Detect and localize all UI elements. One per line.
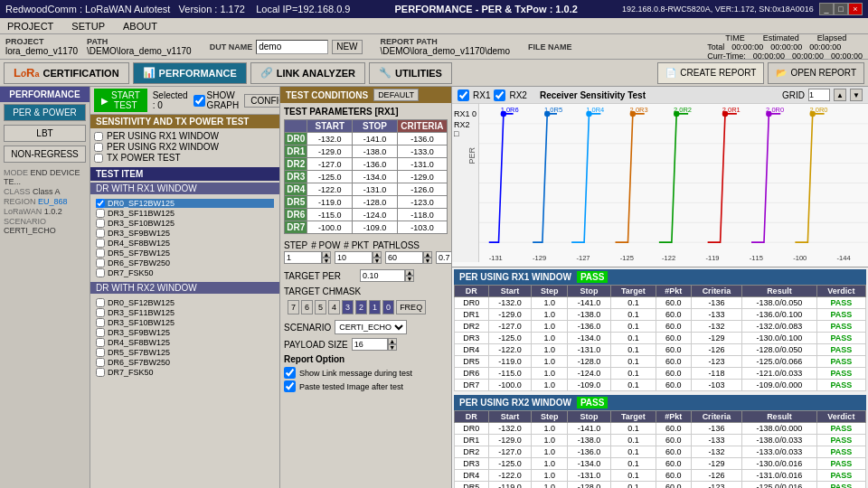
start-input-5[interactable]	[310, 198, 350, 207]
dr3sf10-rx2-checkbox[interactable]	[96, 318, 105, 327]
start-input-3[interactable]	[310, 173, 350, 182]
dr0-rx2-checkbox[interactable]	[96, 298, 105, 307]
dr3sf11-rx1-checkbox[interactable]	[96, 209, 105, 218]
dr6sf7-rx2-checkbox[interactable]	[96, 358, 105, 367]
payload-down[interactable]: ▼	[388, 344, 397, 351]
grid-input[interactable]	[808, 89, 830, 101]
close-button[interactable]: ×	[848, 3, 863, 15]
report-check2-cb[interactable]	[284, 380, 296, 392]
start-input-4[interactable]	[310, 185, 350, 194]
params-table: START STOP CRITERIA DR0 DR1 DR2 DR3 DR4	[284, 119, 448, 234]
grid-up[interactable]: ▲	[834, 89, 846, 101]
step-up[interactable]: ▲	[322, 251, 331, 258]
dr0-rx1-checkbox[interactable]	[96, 199, 105, 208]
menu-setup[interactable]: SETUP	[68, 21, 108, 32]
criteria-input-4[interactable]	[402, 185, 442, 194]
step-input[interactable]	[284, 251, 322, 264]
rx1-window-checkbox[interactable]	[94, 132, 103, 141]
dr4sf8-rx1-checkbox[interactable]	[96, 239, 105, 248]
maximize-button[interactable]: □	[834, 3, 848, 15]
pow-down[interactable]: ▼	[373, 258, 382, 264]
start-input-7[interactable]	[310, 223, 350, 232]
stop-input-0[interactable]	[355, 135, 395, 144]
rx2-window-checkbox[interactable]	[94, 143, 103, 152]
stop-input-5[interactable]	[355, 198, 395, 207]
target-per-up[interactable]: ▲	[405, 269, 414, 276]
start-input-1[interactable]	[310, 147, 350, 156]
per-power-button[interactable]: PER & POWER	[4, 104, 86, 121]
dr3sf11-rx2-checkbox[interactable]	[96, 308, 105, 317]
step-down[interactable]: ▼	[322, 258, 331, 264]
non-regress-button[interactable]: NON-REGRESS	[4, 145, 86, 163]
stop-input-2[interactable]	[355, 160, 395, 169]
payload-up[interactable]: ▲	[388, 338, 397, 344]
freq-0[interactable]: 0	[382, 300, 394, 314]
freq-button[interactable]: FREQ	[396, 300, 426, 314]
scenario-select[interactable]: CERTI_ECHO	[335, 320, 407, 334]
stop-input-7[interactable]	[355, 223, 395, 232]
dr3sf9-rx2-checkbox[interactable]	[96, 328, 105, 337]
criteria-input-6[interactable]	[402, 211, 442, 220]
minimize-button[interactable]: _	[819, 3, 834, 15]
criteria-input-2[interactable]	[402, 160, 442, 169]
start-input-2[interactable]	[310, 160, 350, 169]
pkt-down[interactable]: ▼	[423, 258, 432, 264]
target-per-input[interactable]	[360, 269, 405, 282]
start-test-button[interactable]: ▶ START TEST	[94, 89, 147, 112]
start-input-0[interactable]	[310, 135, 350, 144]
new-button[interactable]: NEW	[332, 40, 362, 54]
dr6sf7-rx1-checkbox[interactable]	[96, 258, 105, 267]
freq-4[interactable]: 4	[328, 300, 340, 314]
pow-up[interactable]: ▲	[373, 251, 382, 258]
create-report-button[interactable]: 📄 CREATE REPORT	[657, 62, 764, 84]
stop-input-6[interactable]	[355, 211, 395, 220]
criteria-input-7[interactable]	[402, 223, 442, 232]
freq-3[interactable]: 3	[342, 300, 354, 314]
freq-2[interactable]: 2	[355, 300, 367, 314]
tab-performance[interactable]: 📊 PERFORMANCE	[133, 62, 247, 84]
freq-7[interactable]: 7	[288, 300, 299, 314]
config-button[interactable]: CONFIG	[244, 94, 280, 108]
pkt-up[interactable]: ▲	[423, 251, 432, 258]
report-check1-cb[interactable]	[284, 367, 296, 379]
tab-lora-certification[interactable]: LoRa CERTIFICATION	[4, 62, 129, 84]
stop-input-4[interactable]	[355, 185, 395, 194]
payload-input[interactable]	[352, 338, 388, 351]
rx2-graph-checkbox[interactable]	[494, 89, 505, 101]
menu-about[interactable]: ABOUT	[119, 21, 161, 32]
pow-input[interactable]	[335, 251, 373, 264]
criteria-input-0[interactable]	[402, 135, 442, 144]
dr7fsk-rx2-checkbox[interactable]	[96, 368, 105, 377]
open-report-button[interactable]: 📂 OPEN REPORT	[768, 62, 864, 84]
menu-bar: PROJECT SETUP ABOUT	[0, 18, 868, 34]
grid-down[interactable]: ▼	[850, 89, 863, 101]
tab-link-analyzer[interactable]: 🔗 LINK ANALYZER	[250, 62, 365, 84]
lbt-button[interactable]: LBT	[4, 125, 86, 142]
dr3sf10-rx1-checkbox[interactable]	[96, 219, 105, 228]
stop-input-1[interactable]	[355, 147, 395, 156]
pkt-input[interactable]	[385, 251, 423, 264]
start-input-6[interactable]	[310, 211, 350, 220]
menu-project[interactable]: PROJECT	[4, 21, 57, 32]
dr3sf9-rx1-checkbox[interactable]	[96, 229, 105, 238]
dut-input[interactable]	[256, 40, 328, 54]
freq-1[interactable]: 1	[369, 300, 381, 314]
tab-utilities[interactable]: 🔧 UTILITIES	[369, 62, 452, 84]
freq-6[interactable]: 6	[301, 300, 313, 314]
pathloss-input[interactable]	[436, 251, 452, 264]
rx1-graph-checkbox[interactable]	[458, 89, 469, 101]
class-value: Class A	[33, 187, 61, 196]
show-graph-checkbox[interactable]	[193, 95, 205, 107]
criteria-input-1[interactable]	[402, 147, 442, 156]
target-per-down[interactable]: ▼	[405, 276, 414, 282]
dr5sf7-rx2-checkbox[interactable]	[96, 348, 105, 357]
freq-5[interactable]: 5	[315, 300, 326, 314]
criteria-input-3[interactable]	[402, 173, 442, 182]
stop-input-3[interactable]	[355, 173, 395, 182]
dr4sf8-rx2-checkbox[interactable]	[96, 338, 105, 347]
dr7fsk-rx1-checkbox[interactable]	[96, 268, 105, 277]
dr5sf7-rx1-checkbox[interactable]	[96, 249, 105, 258]
criteria-input-5[interactable]	[402, 198, 442, 207]
default-button[interactable]: DEFAULT	[373, 89, 419, 101]
tx-power-checkbox[interactable]	[94, 154, 103, 163]
